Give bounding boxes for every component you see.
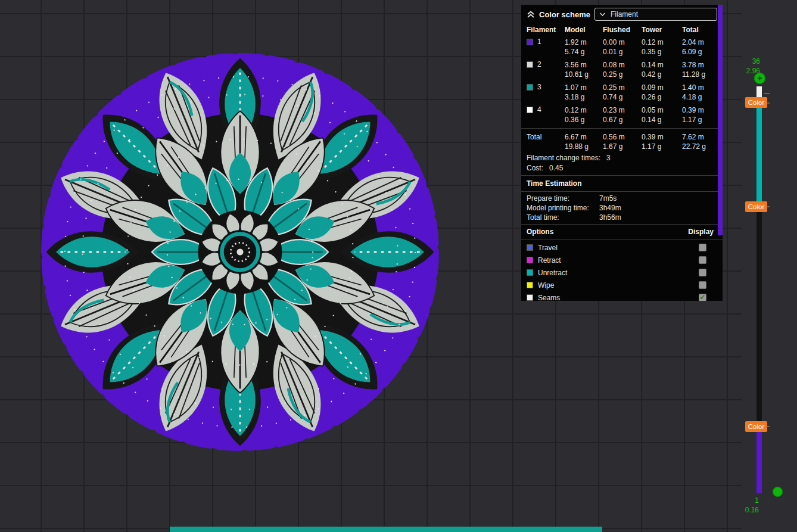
color-change-marker-3[interactable]: Color xyxy=(745,421,767,432)
option-retract: Retract xyxy=(527,254,717,266)
prepare-time-value: 7m5s xyxy=(599,194,717,203)
usage-g: 0.74 g xyxy=(603,92,642,102)
tower-cell: 0.39 m1.17 g xyxy=(642,132,682,151)
panel-scrollbar[interactable] xyxy=(718,5,723,235)
usage-g: 10.61 g xyxy=(565,70,603,79)
filament-row-4: 4 0.12 m0.36 g 0.23 m0.67 g 0.05 m0.14 g… xyxy=(527,104,717,126)
filament-color-swatch xyxy=(527,84,533,91)
usage-g: 4.18 g xyxy=(682,92,717,102)
total-cell: 2.04 m6.09 g xyxy=(682,38,717,57)
col-flushed: Flushed xyxy=(603,26,642,34)
seams-color-swatch xyxy=(527,294,533,301)
usage-m: 0.12 m xyxy=(642,38,682,47)
usage-m: 2.04 m xyxy=(682,38,717,47)
layer-segment-dark xyxy=(756,207,762,427)
usage-g: 1.17 g xyxy=(682,115,717,125)
filament-cell: 4 xyxy=(527,105,565,114)
travel-label: Travel xyxy=(538,244,558,252)
flushed-cell: 0.56 m1.67 g xyxy=(603,132,642,151)
filament-id: 4 xyxy=(537,105,541,114)
retract-color-swatch xyxy=(527,257,533,263)
slider-gutter xyxy=(742,0,797,532)
divider xyxy=(521,224,723,225)
color-scheme-select[interactable]: Filament xyxy=(594,8,717,21)
layer-slider-track[interactable] xyxy=(756,86,762,493)
bottom-layer-height: 0.16 xyxy=(740,506,759,514)
usage-m: 1.07 m xyxy=(565,83,603,92)
divider xyxy=(521,191,723,192)
filament-row-2: 2 3.56 m10.61 g 0.08 m0.25 g 0.14 m0.42 … xyxy=(527,58,717,81)
usage-g: 0.42 g xyxy=(642,70,682,79)
chevron-down-icon xyxy=(599,12,606,17)
total-cell: 0.39 m1.17 g xyxy=(682,105,717,125)
travel-checkbox[interactable] xyxy=(699,244,706,251)
top-layer-number: 36 xyxy=(741,57,760,66)
collapse-panel-icon[interactable] xyxy=(527,11,535,18)
cost-value: 0.45 xyxy=(549,163,563,173)
tower-cell: 0.14 m0.42 g xyxy=(642,60,682,79)
filament-id: 1 xyxy=(537,38,541,46)
color-change-marker-1[interactable]: Color xyxy=(745,97,767,108)
usage-g: 1.67 g xyxy=(603,142,642,151)
total-label-cell: Total xyxy=(527,132,565,142)
usage-m: 0.56 m xyxy=(603,132,642,142)
usage-g: 0.35 g xyxy=(642,47,682,57)
lower-layer-handle[interactable] xyxy=(773,487,783,497)
usage-m: 0.25 m xyxy=(603,83,642,92)
usage-g: 22.72 g xyxy=(682,142,717,151)
usage-m: 3.56 m xyxy=(565,60,603,70)
usage-m: 1.40 m xyxy=(682,83,717,92)
usage-m: 3.78 m xyxy=(682,60,717,70)
flushed-cell: 0.25 m0.74 g xyxy=(603,83,642,102)
usage-m: 7.62 m xyxy=(682,132,717,142)
usage-g: 0.36 g xyxy=(565,115,603,125)
seams-checkbox[interactable]: ✓ xyxy=(699,294,706,301)
filament-id: 2 xyxy=(537,60,541,69)
tower-cell: 0.09 m0.26 g xyxy=(642,83,682,102)
usage-g: 3.18 g xyxy=(565,92,603,102)
usage-g: 0.25 g xyxy=(603,70,642,79)
total-cell: 1.40 m4.18 g xyxy=(682,83,717,102)
usage-m: 0.00 m xyxy=(603,38,642,47)
add-color-change-button[interactable]: + xyxy=(754,73,765,84)
usage-g: 5.74 g xyxy=(565,47,603,57)
wipe-checkbox[interactable] xyxy=(699,281,706,289)
model-cell: 3.56 m10.61 g xyxy=(565,60,603,79)
model-preview[interactable] xyxy=(20,32,460,472)
usage-g: 0.26 g xyxy=(642,92,682,102)
color-change-marker-2[interactable]: Color xyxy=(745,201,767,212)
retract-checkbox[interactable] xyxy=(699,256,706,264)
model-cell: 1.07 m3.18 g xyxy=(565,83,603,102)
flushed-cell: 0.08 m0.25 g xyxy=(603,60,642,79)
filament-id: 3 xyxy=(537,83,541,91)
panel-title: Color scheme xyxy=(539,10,590,19)
usage-m: 0.39 m xyxy=(642,132,682,142)
usage-m: 1.92 m xyxy=(565,38,603,47)
total-time-value: 3h56m xyxy=(599,213,717,222)
col-model: Model xyxy=(565,26,603,34)
col-tower: Tower xyxy=(642,26,682,34)
tower-cell: 0.12 m0.35 g xyxy=(642,38,682,57)
filament-color-swatch xyxy=(527,39,533,45)
scheme-select-value: Filament xyxy=(611,10,638,18)
change-times-label: Filament change times: xyxy=(527,153,600,163)
usage-m: 0.05 m xyxy=(642,105,682,115)
layer-tick xyxy=(764,93,770,94)
col-filament: Filament xyxy=(527,26,565,34)
model-cell: 1.92 m5.74 g xyxy=(565,38,603,57)
seams-label: Seams xyxy=(538,294,560,301)
wipe-color-swatch xyxy=(527,282,533,288)
bottom-layer-number: 1 xyxy=(740,496,759,505)
panel-header: Color scheme Filament xyxy=(527,7,717,21)
filament-change-times: Filament change times: 3 xyxy=(527,153,717,163)
option-wipe: Wipe xyxy=(527,279,717,291)
cost-label: Cost: xyxy=(527,163,543,173)
unretract-checkbox[interactable] xyxy=(699,269,706,276)
move-range-slider[interactable] xyxy=(170,527,602,532)
usage-g: 19.88 g xyxy=(565,142,603,151)
layer-segment-purple xyxy=(756,427,762,493)
options-title: Options xyxy=(527,226,553,237)
change-times-value: 3 xyxy=(606,153,611,163)
total-time-row: Total time: 3h56m xyxy=(527,213,717,222)
usage-m: 0.14 m xyxy=(642,60,682,70)
